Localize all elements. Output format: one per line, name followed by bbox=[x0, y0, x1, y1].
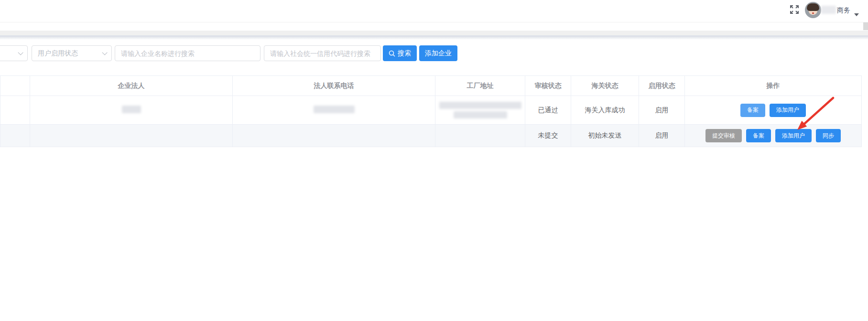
redacted-text bbox=[314, 106, 355, 113]
avatar-mouth bbox=[812, 12, 814, 14]
company-table: 企业法人 法人联系电话 工厂地址 审核状态 海关状态 启用状态 操作 已通过 bbox=[0, 75, 862, 147]
top-navbar: 商务 bbox=[0, 0, 868, 22]
cell-customs-status: 海关入库成功 bbox=[571, 96, 639, 125]
header-actions: 操作 bbox=[685, 76, 862, 96]
chevron-down-icon bbox=[102, 50, 107, 55]
search-icon bbox=[389, 50, 395, 57]
redacted-text bbox=[439, 102, 521, 109]
search-button[interactable]: 搜索 bbox=[383, 45, 417, 61]
cell-actions: 提交审核 备案 添加用户 同步 bbox=[685, 125, 862, 147]
avatar[interactable] bbox=[805, 2, 821, 18]
search-button-label: 搜索 bbox=[398, 49, 411, 58]
cell-factory-address bbox=[435, 96, 525, 125]
fullscreen-icon[interactable] bbox=[790, 5, 799, 14]
select-placeholder: 用户启用状态 bbox=[38, 49, 78, 58]
cell-customs-status: 初始未发送 bbox=[571, 125, 639, 147]
add-user-button[interactable]: 添加用户 bbox=[775, 129, 812, 142]
table-row: 未提交 初始未发送 启用 提交审核 备案 添加用户 同步 bbox=[0, 125, 862, 147]
header-enable-status: 启用状态 bbox=[639, 76, 685, 96]
header-legal-person: 企业法人 bbox=[30, 76, 233, 96]
cell-enable-status: 启用 bbox=[639, 125, 685, 147]
table-row: 已通过 海关入库成功 启用 备案 添加用户 bbox=[0, 96, 862, 125]
header-legal-phone: 法人联系电话 bbox=[233, 76, 435, 96]
filter-toolbar: 用户启用状态 搜索 添加企业 bbox=[0, 45, 868, 61]
cell-legal-person bbox=[30, 96, 233, 125]
cell-audit-status: 已通过 bbox=[525, 96, 571, 125]
header-audit-status: 审核状态 bbox=[525, 76, 571, 96]
record-button[interactable]: 备案 bbox=[746, 129, 771, 142]
credit-code-search-input[interactable] bbox=[264, 45, 381, 61]
add-user-button[interactable]: 添加用户 bbox=[770, 104, 806, 117]
scrollbar[interactable] bbox=[863, 22, 868, 30]
header-factory-address: 工厂地址 bbox=[435, 76, 525, 96]
company-name-search-input[interactable] bbox=[115, 45, 260, 61]
topbar-divider bbox=[0, 22, 868, 22]
caret-down-icon[interactable] bbox=[854, 13, 859, 16]
cell-legal-phone bbox=[233, 96, 435, 125]
redacted-username bbox=[821, 6, 836, 14]
table-header-row: 企业法人 法人联系电话 工厂地址 审核状态 海关状态 启用状态 操作 bbox=[0, 76, 862, 96]
sync-button[interactable]: 同步 bbox=[816, 129, 841, 142]
tags-band bbox=[0, 31, 868, 35]
page: 商务 用户启用状态 搜索 添加企业 bbox=[0, 0, 868, 321]
add-company-button[interactable]: 添加企业 bbox=[419, 45, 457, 61]
cell-actions: 备案 添加用户 bbox=[685, 96, 862, 125]
submit-audit-button[interactable]: 提交审核 bbox=[705, 129, 742, 142]
tags-band-fade bbox=[0, 37, 868, 40]
chevron-down-icon bbox=[18, 50, 23, 55]
header-customs-status: 海关状态 bbox=[571, 76, 639, 96]
header-empty bbox=[0, 76, 30, 96]
cell-enable-status: 启用 bbox=[639, 96, 685, 125]
cell-legal-phone bbox=[233, 125, 435, 147]
cell-audit-status: 未提交 bbox=[525, 125, 571, 147]
add-company-label: 添加企业 bbox=[425, 49, 452, 58]
filter-select-partial[interactable] bbox=[0, 45, 28, 61]
redacted-text bbox=[454, 111, 507, 118]
cell-factory-address bbox=[435, 125, 525, 147]
user-role-label: 商务 bbox=[837, 6, 850, 15]
cell-legal-person bbox=[30, 125, 233, 147]
record-button[interactable]: 备案 bbox=[740, 104, 765, 117]
redacted-text bbox=[122, 106, 141, 113]
cell-empty bbox=[0, 125, 30, 147]
cell-empty bbox=[0, 96, 30, 125]
user-enable-status-select[interactable]: 用户启用状态 bbox=[32, 45, 112, 61]
